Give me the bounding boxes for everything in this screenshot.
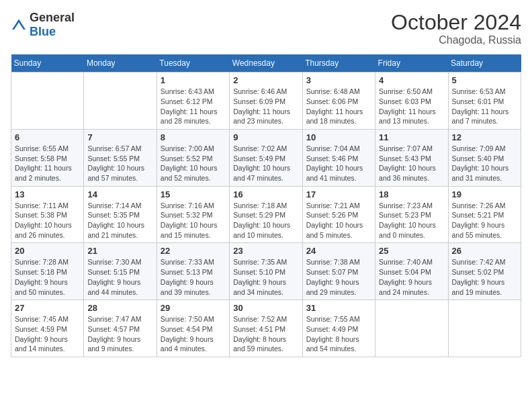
day-number: 20 [15,246,80,256]
day-number: 18 [379,189,444,199]
table-row: 7Sunrise: 6:57 AM Sunset: 5:55 PM Daylig… [84,129,157,186]
day-number: 7 [87,132,152,142]
table-row: 24Sunrise: 7:38 AM Sunset: 5:07 PM Dayli… [302,243,375,300]
day-number: 19 [452,189,517,199]
calendar-week-row: 1Sunrise: 6:43 AM Sunset: 6:12 PM Daylig… [11,73,521,130]
day-number: 8 [161,132,226,142]
day-number: 15 [161,189,226,199]
day-number: 6 [15,132,80,142]
day-number: 2 [233,75,298,85]
table-row [375,300,448,357]
header-friday: Friday [375,54,448,73]
logo-blue: Blue [30,25,56,38]
table-row [11,73,84,130]
day-number: 12 [452,132,517,142]
table-row: 17Sunrise: 7:21 AM Sunset: 5:26 PM Dayli… [302,186,375,243]
day-number: 17 [306,189,371,199]
day-number: 16 [233,189,298,199]
day-number: 13 [15,189,80,199]
day-info: Sunrise: 6:48 AM Sunset: 6:06 PM Dayligh… [306,87,371,126]
day-info: Sunrise: 7:16 AM Sunset: 5:32 PM Dayligh… [161,201,226,240]
calendar-table: Sunday Monday Tuesday Wednesday Thursday… [11,54,521,357]
day-info: Sunrise: 7:00 AM Sunset: 5:52 PM Dayligh… [161,144,226,183]
day-number: 5 [452,75,517,85]
title-block: October 2024 Chagoda, Russia [391,11,521,46]
day-info: Sunrise: 7:42 AM Sunset: 5:02 PM Dayligh… [452,257,517,297]
table-row: 26Sunrise: 7:42 AM Sunset: 5:02 PM Dayli… [448,243,521,300]
logo: General Blue [11,11,75,39]
calendar-week-row: 13Sunrise: 7:11 AM Sunset: 5:38 PM Dayli… [11,186,521,243]
table-row: 18Sunrise: 7:23 AM Sunset: 5:23 PM Dayli… [375,186,448,243]
day-info: Sunrise: 7:45 AM Sunset: 4:59 PM Dayligh… [15,314,80,354]
day-info: Sunrise: 6:43 AM Sunset: 6:12 PM Dayligh… [161,87,226,126]
day-number: 14 [87,189,152,199]
month-title: October 2024 [391,11,521,34]
day-info: Sunrise: 7:55 AM Sunset: 4:49 PM Dayligh… [306,314,371,354]
day-number: 10 [306,132,371,142]
day-number: 30 [233,303,298,313]
day-number: 23 [233,246,298,256]
logo-general: General [30,11,75,24]
day-number: 24 [306,246,371,256]
header-saturday: Saturday [448,54,521,73]
header-sunday: Sunday [11,54,84,73]
table-row: 22Sunrise: 7:33 AM Sunset: 5:13 PM Dayli… [157,243,229,300]
day-info: Sunrise: 6:50 AM Sunset: 6:03 PM Dayligh… [379,87,444,126]
table-row: 4Sunrise: 6:50 AM Sunset: 6:03 PM Daylig… [375,73,448,130]
day-info: Sunrise: 7:14 AM Sunset: 5:35 PM Dayligh… [87,201,152,240]
header-monday: Monday [84,54,157,73]
table-row: 23Sunrise: 7:35 AM Sunset: 5:10 PM Dayli… [230,243,302,300]
calendar-week-row: 20Sunrise: 7:28 AM Sunset: 5:18 PM Dayli… [11,243,521,300]
table-row: 20Sunrise: 7:28 AM Sunset: 5:18 PM Dayli… [11,243,84,300]
day-info: Sunrise: 7:04 AM Sunset: 5:46 PM Dayligh… [306,144,371,183]
table-row: 14Sunrise: 7:14 AM Sunset: 5:35 PM Dayli… [84,186,157,243]
table-row: 10Sunrise: 7:04 AM Sunset: 5:46 PM Dayli… [302,129,375,186]
day-info: Sunrise: 7:30 AM Sunset: 5:15 PM Dayligh… [87,257,152,297]
day-info: Sunrise: 7:38 AM Sunset: 5:07 PM Dayligh… [306,257,371,297]
table-row: 25Sunrise: 7:40 AM Sunset: 5:04 PM Dayli… [375,243,448,300]
day-number: 1 [161,75,226,85]
day-number: 28 [87,303,152,313]
table-row: 1Sunrise: 6:43 AM Sunset: 6:12 PM Daylig… [157,73,229,130]
calendar-header-row: Sunday Monday Tuesday Wednesday Thursday… [11,54,521,73]
day-number: 4 [379,75,444,85]
day-info: Sunrise: 6:55 AM Sunset: 5:58 PM Dayligh… [15,144,80,183]
table-row: 30Sunrise: 7:52 AM Sunset: 4:51 PM Dayli… [230,300,302,357]
table-row: 19Sunrise: 7:26 AM Sunset: 5:21 PM Dayli… [448,186,521,243]
day-info: Sunrise: 7:21 AM Sunset: 5:26 PM Dayligh… [306,201,371,240]
header-thursday: Thursday [302,54,375,73]
day-number: 27 [15,303,80,313]
location-subtitle: Chagoda, Russia [391,34,521,46]
table-row: 11Sunrise: 7:07 AM Sunset: 5:43 PM Dayli… [375,129,448,186]
day-info: Sunrise: 7:26 AM Sunset: 5:21 PM Dayligh… [452,201,517,240]
table-row: 15Sunrise: 7:16 AM Sunset: 5:32 PM Dayli… [157,186,229,243]
table-row [84,73,157,130]
day-info: Sunrise: 7:33 AM Sunset: 5:13 PM Dayligh… [161,257,226,297]
calendar-week-row: 27Sunrise: 7:45 AM Sunset: 4:59 PM Dayli… [11,300,521,357]
day-number: 21 [87,246,152,256]
day-info: Sunrise: 6:57 AM Sunset: 5:55 PM Dayligh… [87,144,152,183]
day-info: Sunrise: 6:46 AM Sunset: 6:09 PM Dayligh… [233,87,298,126]
day-number: 29 [161,303,226,313]
day-info: Sunrise: 7:40 AM Sunset: 5:04 PM Dayligh… [379,257,444,297]
table-row: 2Sunrise: 6:46 AM Sunset: 6:09 PM Daylig… [230,73,302,130]
calendar-week-row: 6Sunrise: 6:55 AM Sunset: 5:58 PM Daylig… [11,129,521,186]
day-info: Sunrise: 7:52 AM Sunset: 4:51 PM Dayligh… [233,314,298,354]
table-row: 9Sunrise: 7:02 AM Sunset: 5:49 PM Daylig… [230,129,302,186]
table-row: 16Sunrise: 7:18 AM Sunset: 5:29 PM Dayli… [230,186,302,243]
table-row: 12Sunrise: 7:09 AM Sunset: 5:40 PM Dayli… [448,129,521,186]
day-info: Sunrise: 7:09 AM Sunset: 5:40 PM Dayligh… [452,144,517,183]
table-row: 31Sunrise: 7:55 AM Sunset: 4:49 PM Dayli… [302,300,375,357]
day-number: 11 [379,132,444,142]
day-info: Sunrise: 7:28 AM Sunset: 5:18 PM Dayligh… [15,257,80,297]
page-header: General Blue October 2024 Chagoda, Russi… [11,11,521,46]
header-wednesday: Wednesday [230,54,302,73]
table-row: 27Sunrise: 7:45 AM Sunset: 4:59 PM Dayli… [11,300,84,357]
day-number: 3 [306,75,371,85]
table-row: 6Sunrise: 6:55 AM Sunset: 5:58 PM Daylig… [11,129,84,186]
day-number: 9 [233,132,298,142]
table-row: 21Sunrise: 7:30 AM Sunset: 5:15 PM Dayli… [84,243,157,300]
table-row: 28Sunrise: 7:47 AM Sunset: 4:57 PM Dayli… [84,300,157,357]
table-row: 3Sunrise: 6:48 AM Sunset: 6:06 PM Daylig… [302,73,375,130]
day-number: 31 [306,303,371,313]
